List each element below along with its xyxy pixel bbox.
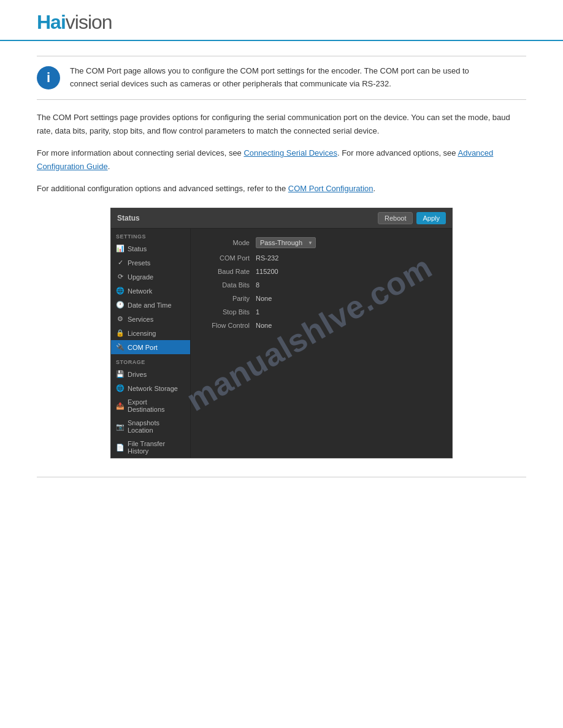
form-row-parity: Parity None: [201, 295, 442, 302]
sidebar-label-status: Status: [128, 245, 147, 252]
link-connecting-serial[interactable]: Connecting Serial Devices: [243, 148, 337, 157]
sidebar-item-presets[interactable]: ✓ Presets: [111, 256, 190, 270]
app-ui: Status Reboot Apply SETTINGS 📊 Status: [110, 208, 453, 458]
network-storage-icon: 🌐: [116, 384, 124, 392]
flow-control-label: Flow Control: [201, 322, 256, 329]
flow-control-value: None: [256, 322, 272, 329]
status-icon: 📊: [116, 245, 124, 252]
snapshots-location-icon: 📷: [116, 423, 124, 431]
sidebar-item-date-time[interactable]: 🕐 Date and Time: [111, 298, 190, 312]
logo: Haivision: [37, 11, 538, 34]
sidebar-item-file-transfer-history[interactable]: 📄 File Transfer History: [111, 437, 190, 458]
sidebar-label-com-port: COM Port: [128, 344, 158, 351]
sidebar-item-snapshots-location[interactable]: 📷 Snapshots Location: [111, 416, 190, 437]
sidebar-label-presets: Presets: [128, 259, 150, 267]
drives-icon: 💾: [116, 370, 124, 378]
com-port-value: RS-232: [256, 254, 278, 262]
services-icon: ⚙: [116, 315, 124, 323]
mode-label: Mode: [201, 239, 256, 246]
form-row-mode: Mode Pass-Through Encoder Decoder: [201, 237, 442, 248]
licensing-icon: 🔒: [116, 329, 124, 337]
data-bits-value: 8: [256, 281, 259, 289]
sidebar-label-drives: Drives: [128, 371, 147, 378]
form-row-data-bits: Data Bits 8: [201, 281, 442, 289]
sidebar-item-network[interactable]: 🌐 Network: [111, 284, 190, 298]
upgrade-icon: ⟳: [116, 273, 124, 281]
sidebar-item-licensing[interactable]: 🔒 Licensing: [111, 326, 190, 340]
apply-button[interactable]: Apply: [416, 212, 446, 224]
mode-select-wrap[interactable]: Pass-Through Encoder Decoder: [256, 237, 316, 248]
info-icon: i: [37, 66, 60, 89]
sidebar-item-status[interactable]: 📊 Status: [111, 241, 190, 256]
date-time-icon: 🕐: [116, 301, 124, 309]
mode-select[interactable]: Pass-Through Encoder Decoder: [256, 237, 316, 248]
footer-rule: [37, 477, 526, 482]
sidebar-item-upgrade[interactable]: ⟳ Upgrade: [111, 270, 190, 284]
sidebar-label-file-transfer-history: File Transfer History: [128, 440, 185, 455]
network-icon: 🌐: [116, 287, 124, 295]
paragraph-3: For additional configuration options and…: [37, 182, 526, 195]
form-row-baud-rate: Baud Rate 115200: [201, 268, 442, 275]
paragraph-1: The COM Port settings page provides opti…: [37, 111, 526, 138]
stop-bits-value: 1: [256, 308, 259, 316]
export-destinations-icon: 📤: [116, 402, 124, 410]
app-layout: SETTINGS 📊 Status ✓ Presets ⟳ Upgrade: [111, 229, 452, 458]
data-bits-label: Data Bits: [201, 281, 256, 289]
sidebar-item-services[interactable]: ⚙ Services: [111, 312, 190, 326]
form-row-flow-control: Flow Control None: [201, 322, 442, 329]
info-block: i The COM Port page allows you to config…: [37, 56, 526, 100]
app-topbar: Status Reboot Apply: [111, 208, 452, 229]
sidebar-label-snapshots-location: Snapshots Location: [128, 419, 185, 434]
sidebar-label-licensing: Licensing: [128, 330, 156, 337]
info-text: The COM Port page allows you to configur…: [70, 65, 526, 91]
info-text-line1: The COM Port page allows you to configur…: [70, 66, 469, 75]
app-topbar-title: Status: [117, 214, 140, 222]
stop-bits-label: Stop Bits: [201, 308, 256, 316]
baud-rate-label: Baud Rate: [201, 268, 256, 275]
com-port-icon: 🔌: [116, 343, 124, 351]
topbar-buttons: Reboot Apply: [378, 212, 446, 224]
baud-rate-value: 115200: [256, 268, 278, 275]
sidebar-label-network: Network: [128, 287, 152, 295]
sidebar-item-drives[interactable]: 💾 Drives: [111, 367, 190, 381]
sidebar-label-date-time: Date and Time: [128, 301, 172, 309]
logo-vision: vision: [66, 11, 112, 34]
sidebar-label-upgrade: Upgrade: [128, 273, 153, 281]
screenshot-wrap: manualshlve.com Status Reboot Apply SETT…: [37, 208, 526, 458]
app-sidebar: SETTINGS 📊 Status ✓ Presets ⟳ Upgrade: [111, 229, 191, 458]
sidebar-label-network-storage: Network Storage: [128, 385, 178, 392]
sidebar-item-export-destinations[interactable]: 📤 Export Destinations: [111, 395, 190, 416]
settings-section-label: SETTINGS: [111, 229, 190, 241]
watermark-container: manualshlve.com Status Reboot Apply SETT…: [110, 208, 453, 458]
info-icon-letter: i: [47, 71, 50, 85]
app-main: Mode Pass-Through Encoder Decoder COM Po…: [191, 229, 452, 458]
form-row-com-port: COM Port RS-232: [201, 254, 442, 262]
logo-hai: Hai: [37, 11, 66, 34]
header: Haivision: [0, 0, 563, 41]
sidebar-label-services: Services: [128, 316, 153, 323]
file-transfer-history-icon: 📄: [116, 444, 124, 452]
paragraph-2: For more information about connecting se…: [37, 146, 526, 173]
sidebar-item-network-storage[interactable]: 🌐 Network Storage: [111, 381, 190, 395]
com-port-label: COM Port: [201, 254, 256, 262]
page-body: i The COM Port page allows you to config…: [0, 41, 563, 501]
info-text-line2: connect serial devices such as cameras o…: [70, 79, 391, 88]
parity-value: None: [256, 295, 272, 302]
sidebar-label-export-destinations: Export Destinations: [128, 398, 185, 413]
presets-icon: ✓: [116, 259, 124, 267]
reboot-button[interactable]: Reboot: [378, 212, 413, 224]
parity-label: Parity: [201, 295, 256, 302]
sidebar-item-com-port[interactable]: 🔌 COM Port: [111, 340, 190, 354]
storage-section-label: STORAGE: [111, 354, 190, 367]
form-row-stop-bits: Stop Bits 1: [201, 308, 442, 316]
link-com-port-config[interactable]: COM Port Configuration: [288, 184, 373, 193]
